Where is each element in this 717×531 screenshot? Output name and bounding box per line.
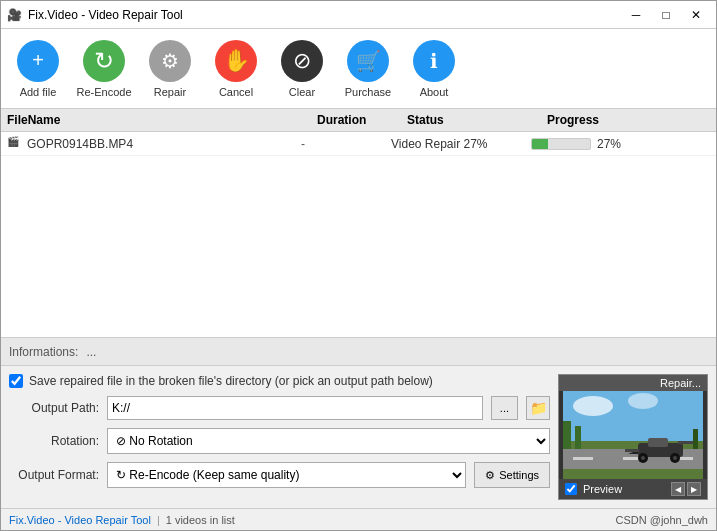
add-file-button[interactable]: + Add file (7, 35, 69, 103)
file-status: Video Repair 27% (391, 137, 531, 151)
progress-bar-fill (532, 139, 548, 149)
app-title: Fix.Video - Video Repair Tool (28, 8, 183, 22)
save-checkbox-row: Save repaired file in the broken file's … (9, 374, 550, 388)
open-folder-button[interactable]: 📁 (526, 396, 550, 420)
svg-point-14 (673, 456, 677, 460)
output-path-label: Output Path: (9, 401, 99, 415)
save-directory-checkbox[interactable] (9, 374, 23, 388)
preview-checkbox[interactable] (565, 483, 577, 495)
svg-rect-16 (625, 449, 639, 452)
file-list-header: FileName Duration Status Progress (1, 109, 716, 132)
add-file-icon: + (17, 40, 59, 82)
purchase-icon: 🛒 (347, 40, 389, 82)
cancel-button[interactable]: ✋ Cancel (205, 35, 267, 103)
settings-label: Settings (499, 469, 539, 481)
save-directory-label: Save repaired file in the broken file's … (29, 374, 433, 388)
repair-label: Repair (154, 86, 186, 98)
rotation-select[interactable]: ⊘ No Rotation 90° Clockwise 90° Counter-… (107, 428, 550, 454)
rotation-label: Rotation: (9, 434, 99, 448)
svg-point-18 (573, 396, 613, 416)
svg-rect-3 (573, 457, 593, 460)
header-status: Status (407, 113, 547, 127)
cancel-label: Cancel (219, 86, 253, 98)
re-encode-icon: ↻ (83, 40, 125, 82)
preview-svg (563, 391, 703, 479)
output-format-select[interactable]: ↻ Re-Encode (Keep same quality) Copy (Fa… (107, 462, 466, 488)
file-duration: - (301, 137, 391, 151)
clear-label: Clear (289, 86, 315, 98)
info-label: Informations: (9, 345, 78, 359)
status-bar: Fix.Video - Video Repair Tool | 1 videos… (1, 508, 716, 530)
file-list: 🎬 GOPR0914BB.MP4 - Video Repair 27% 27% (1, 132, 716, 338)
file-name: GOPR0914BB.MP4 (27, 137, 133, 151)
preview-image-area (559, 391, 707, 479)
close-button[interactable]: ✕ (682, 5, 710, 25)
title-bar: 🎥 Fix.Video - Video Repair Tool ─ □ ✕ (1, 1, 716, 29)
about-label: About (420, 86, 449, 98)
clear-button[interactable]: ⊘ Clear (271, 35, 333, 103)
output-path-input[interactable] (107, 396, 483, 420)
clear-icon: ⊘ (281, 40, 323, 82)
bottom-left: Save repaired file in the broken file's … (9, 374, 550, 500)
settings-button[interactable]: ⚙ Settings (474, 462, 550, 488)
header-duration: Duration (317, 113, 407, 127)
cancel-icon: ✋ (215, 40, 257, 82)
minimize-button[interactable]: ─ (622, 5, 650, 25)
preview-controls: ◀ ▶ (671, 482, 701, 496)
status-file-count: 1 videos in list (166, 514, 235, 526)
rotation-row: Rotation: ⊘ No Rotation 90° Clockwise 90… (9, 428, 550, 454)
svg-rect-7 (575, 426, 581, 449)
preview-panel: Repair... (558, 374, 708, 500)
info-bar: Informations: ... (1, 338, 716, 366)
progress-percent: 27% (597, 137, 621, 151)
progress-bar-container (531, 138, 591, 150)
preview-ctrl-2[interactable]: ▶ (687, 482, 701, 496)
output-format-row: Output Format: ↻ Re-Encode (Keep same qu… (9, 462, 550, 488)
header-progress: Progress (547, 113, 607, 127)
title-bar-controls: ─ □ ✕ (622, 5, 710, 25)
re-encode-button[interactable]: ↻ Re-Encode (73, 35, 135, 103)
add-file-label: Add file (20, 86, 57, 98)
about-button[interactable]: ℹ About (403, 35, 465, 103)
status-divider: | (157, 514, 160, 526)
purchase-label: Purchase (345, 86, 391, 98)
svg-point-19 (628, 393, 658, 409)
toolbar: + Add file ↻ Re-Encode ⚙ Repair ✋ Cancel… (1, 29, 716, 109)
preview-text: Preview (583, 483, 622, 495)
svg-point-13 (641, 456, 645, 460)
settings-icon: ⚙ (485, 469, 495, 482)
info-value: ... (86, 345, 96, 359)
preview-footer: Preview ◀ ▶ (559, 479, 707, 499)
about-icon: ℹ (413, 40, 455, 82)
header-filename: FileName (7, 113, 317, 127)
file-name-cell: 🎬 GOPR0914BB.MP4 (7, 136, 301, 152)
svg-rect-6 (563, 421, 571, 449)
browse-button[interactable]: ... (491, 396, 518, 420)
re-encode-label: Re-Encode (76, 86, 131, 98)
svg-rect-17 (693, 429, 698, 449)
preview-header: Repair... (559, 375, 707, 391)
output-path-row: Output Path: ... 📁 (9, 396, 550, 420)
repair-icon: ⚙ (149, 40, 191, 82)
main-window: 🎥 Fix.Video - Video Repair Tool ─ □ ✕ + … (0, 0, 717, 531)
purchase-button[interactable]: 🛒 Purchase (337, 35, 399, 103)
svg-rect-9 (648, 438, 668, 447)
bottom-section: Save repaired file in the broken file's … (1, 366, 716, 508)
file-icon: 🎬 (7, 136, 23, 152)
app-icon: 🎥 (7, 8, 22, 22)
maximize-button[interactable]: □ (652, 5, 680, 25)
title-bar-left: 🎥 Fix.Video - Video Repair Tool (7, 8, 183, 22)
preview-header-label: Repair... (660, 377, 701, 389)
preview-ctrl-1[interactable]: ◀ (671, 482, 685, 496)
status-link[interactable]: Fix.Video - Video Repair Tool (9, 514, 151, 526)
repair-button[interactable]: ⚙ Repair (139, 35, 201, 103)
status-right: CSDN @john_dwh (616, 514, 709, 526)
output-format-label: Output Format: (9, 468, 99, 482)
table-row[interactable]: 🎬 GOPR0914BB.MP4 - Video Repair 27% 27% (1, 132, 716, 156)
